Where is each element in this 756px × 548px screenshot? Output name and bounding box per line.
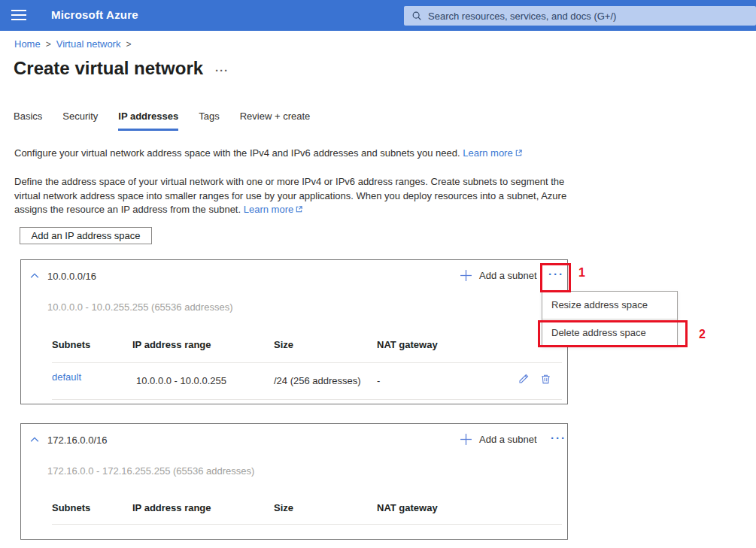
- chevron-up-icon[interactable]: [29, 434, 40, 445]
- tab-basics[interactable]: Basics: [14, 111, 42, 131]
- chevron-up-icon[interactable]: [29, 271, 40, 281]
- learn-more-link-1[interactable]: Learn more: [463, 147, 522, 159]
- add-subnet-button[interactable]: Add a subnet: [460, 433, 537, 446]
- delete-subnet-trash-icon[interactable]: [540, 373, 551, 385]
- tab-ip-addresses[interactable]: IP addresses: [118, 111, 178, 131]
- address-space-card-172-16-0-0: 172.16.0.0/16 Add a subnet ··· 172.16.0.…: [20, 423, 568, 540]
- breadcrumb: Home>Virtual network>: [14, 38, 136, 50]
- column-ip-range: IP address range: [132, 502, 211, 513]
- intro-paragraph-1: Configure your virtual network address s…: [14, 147, 586, 159]
- page-title: Create virtual network: [14, 58, 203, 79]
- azure-top-bar: Microsoft Azure Search resources, servic…: [0, 0, 756, 31]
- external-link-icon: [295, 204, 303, 218]
- add-subnet-label: Add a subnet: [479, 270, 537, 281]
- edit-subnet-pencil-icon[interactable]: [518, 373, 530, 385]
- plus-icon: [460, 269, 472, 282]
- global-search-input[interactable]: Search resources, services, and docs (G+…: [404, 6, 756, 26]
- tab-tags[interactable]: Tags: [199, 111, 219, 131]
- column-nat-gateway: NAT gateway: [377, 339, 438, 350]
- address-space-range: 172.16.0.0 - 172.16.255.255 (65536 addre…: [47, 465, 254, 477]
- menu-item-resize-address-space[interactable]: Resize address space: [542, 292, 677, 319]
- address-space-context-menu: Resize address space Delete address spac…: [542, 291, 678, 347]
- breadcrumb-separator: >: [41, 39, 56, 50]
- search-icon: [411, 11, 422, 21]
- column-subnets: Subnets: [52, 502, 90, 513]
- address-space-card-10-0-0-0: 10.0.0.0/16 Add a subnet ··· 10.0.0.0 - …: [20, 259, 568, 404]
- tab-security[interactable]: Security: [62, 111, 98, 131]
- subnet-size: /24 (256 addresses): [274, 375, 361, 386]
- subnet-ip-range: 10.0.0.0 - 10.0.0.255: [136, 375, 226, 386]
- add-subnet-button[interactable]: Add a subnet: [460, 269, 537, 282]
- table-divider: [52, 524, 562, 525]
- intro-paragraph-2: Define the address space of your virtual…: [14, 175, 580, 218]
- menu-item-delete-address-space[interactable]: Delete address space: [542, 319, 677, 346]
- breadcrumb-separator: >: [120, 39, 136, 50]
- column-subnets: Subnets: [52, 339, 90, 350]
- address-space-more-ellipsis-icon[interactable]: ···: [551, 431, 566, 444]
- table-divider: [52, 362, 562, 363]
- plus-icon: [460, 433, 472, 446]
- tab-review-create[interactable]: Review + create: [240, 111, 311, 131]
- address-space-range: 10.0.0.0 - 10.0.255.255 (65536 addresses…: [47, 301, 232, 313]
- column-size: Size: [274, 502, 293, 513]
- address-space-cidr: 172.16.0.0/16: [47, 434, 108, 446]
- search-placeholder: Search resources, services, and docs (G+…: [428, 11, 616, 22]
- page-more-ellipsis-icon[interactable]: ···: [215, 64, 229, 77]
- add-subnet-label: Add a subnet: [479, 434, 537, 445]
- column-size: Size: [274, 339, 293, 350]
- hamburger-menu-icon[interactable]: [11, 10, 26, 21]
- subnet-name-link[interactable]: default: [52, 371, 81, 383]
- add-ip-address-space-button[interactable]: Add an IP address space: [20, 227, 152, 244]
- subnet-nat-gateway: -: [377, 375, 380, 386]
- annotation-step-number-2: 2: [699, 328, 706, 341]
- column-nat-gateway: NAT gateway: [377, 502, 438, 513]
- product-title: Microsoft Azure: [51, 8, 138, 21]
- address-space-cidr: 10.0.0.0/16: [47, 271, 96, 282]
- learn-more-link-2[interactable]: Learn more: [244, 204, 303, 215]
- column-ip-range: IP address range: [132, 339, 211, 350]
- table-divider: [52, 399, 562, 400]
- intro-text-1: Configure your virtual network address s…: [14, 147, 460, 159]
- breadcrumb-home-link[interactable]: Home: [14, 38, 41, 50]
- external-link-icon: [515, 148, 523, 159]
- breadcrumb-virtual-network-link[interactable]: Virtual network: [56, 38, 121, 50]
- annotation-step-number-1: 1: [578, 266, 585, 280]
- wizard-tabs: Basics Security IP addresses Tags Review…: [14, 111, 310, 131]
- address-space-more-ellipsis-icon[interactable]: ···: [548, 268, 564, 280]
